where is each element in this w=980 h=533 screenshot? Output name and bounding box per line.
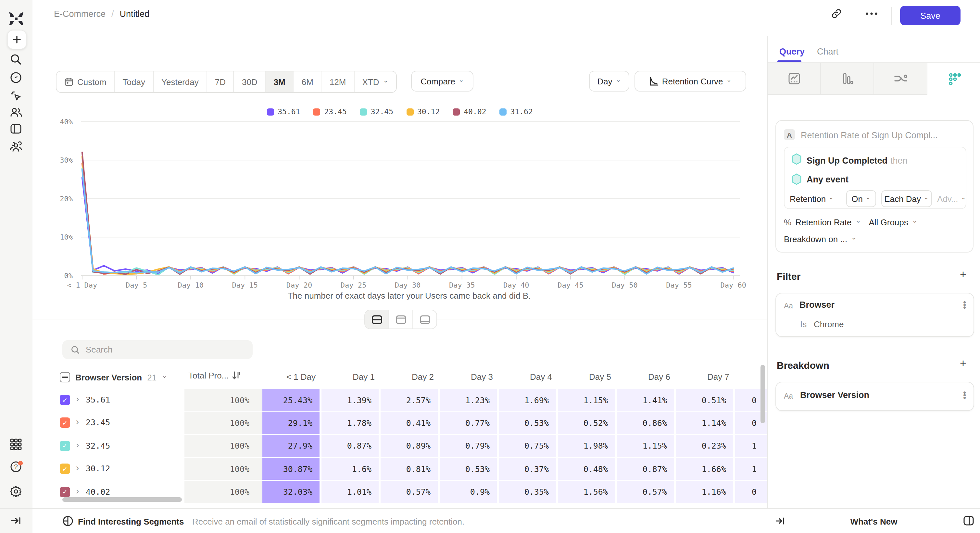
event2-name[interactable]: Any event	[807, 174, 848, 184]
breakdown-property[interactable]: Browser Version	[800, 390, 869, 400]
row-expander-icon[interactable]: ›	[76, 485, 79, 496]
granularity-label: Day	[597, 76, 612, 86]
apps-grid-icon[interactable]	[10, 438, 22, 451]
more-options-icon[interactable]	[865, 12, 878, 16]
retention-rate-dropdown[interactable]: Retention Rate	[795, 217, 851, 227]
row-checkbox[interactable]: ✓	[60, 487, 70, 497]
svg-text:Day 15: Day 15	[232, 281, 258, 289]
tab-query[interactable]: Query	[780, 47, 805, 57]
horizontal-scrollbar[interactable]	[62, 497, 182, 502]
row-expander-icon[interactable]: ›	[76, 439, 79, 450]
layout-chart-toggle[interactable]	[389, 310, 413, 328]
row-checkbox[interactable]: ✓	[60, 463, 70, 474]
save-button[interactable]: Save	[900, 6, 961, 25]
svg-text:Day 5: Day 5	[126, 281, 147, 289]
event1-name[interactable]: Sign Up Completed	[807, 156, 888, 165]
total-header-label: Total Pro...	[188, 371, 229, 381]
all-groups-dropdown[interactable]: All Groups	[869, 217, 908, 227]
retention-line-chart: 40%30%20%10%0%< 1 DayDay 5Day 10Day 15Da…	[32, 110, 767, 305]
toggle-panel-icon[interactable]	[963, 516, 974, 526]
explore-compass-icon[interactable]	[10, 71, 22, 84]
left-nav-sidebar: ?	[0, 0, 32, 533]
svg-text:?: ?	[14, 463, 18, 470]
tab-chart[interactable]: Chart	[817, 47, 838, 57]
granularity-dropdown[interactable]: Day⌄	[589, 71, 629, 92]
range-xtd[interactable]: XTD⌄	[355, 71, 396, 92]
collapse-sidebar-icon[interactable]	[10, 516, 21, 526]
search-input[interactable]	[62, 340, 253, 359]
create-new-button[interactable]	[7, 30, 27, 49]
range-30d[interactable]: 30D	[234, 71, 266, 92]
range-3m[interactable]: 3M	[266, 71, 294, 92]
total-cell: 100%	[185, 481, 262, 503]
on-dropdown[interactable]: On⌄	[846, 190, 876, 207]
advanced-dropdown[interactable]: Adv...⌄	[937, 190, 966, 207]
sort-descending-icon[interactable]	[232, 371, 240, 381]
report-flows-tab[interactable]	[874, 63, 928, 95]
filter-operator[interactable]: Is	[800, 319, 807, 329]
value-cell: 0.86%	[617, 412, 674, 434]
value-cell: 32.03%	[262, 481, 320, 503]
select-all-checkbox[interactable]	[60, 372, 70, 382]
range-custom[interactable]: Custom	[57, 71, 115, 92]
compare-button[interactable]: Compare⌄	[411, 71, 473, 92]
retention-type-dropdown[interactable]: Retention⌄	[790, 190, 834, 207]
chart-type-dropdown[interactable]: Retention Curve⌄	[635, 71, 746, 92]
breakdown-card[interactable]: Aa Browser Version •••	[775, 382, 974, 411]
svg-text:Day 10: Day 10	[178, 281, 203, 289]
row-expander-icon[interactable]: ›	[76, 416, 79, 427]
percent-icon: %	[784, 217, 791, 227]
breadcrumb-title[interactable]: Untitled	[120, 9, 150, 19]
value-cell: 0.87%	[617, 458, 674, 480]
breakdown-kebab-icon[interactable]: •••	[963, 392, 966, 399]
range-12m[interactable]: 12M	[322, 71, 355, 92]
cohorts-icon[interactable]	[9, 141, 23, 153]
range-label: Yesterday	[161, 77, 199, 87]
row-checkbox[interactable]: ✓	[60, 441, 70, 451]
add-breakdown-button[interactable]: +	[960, 357, 966, 370]
users-icon[interactable]	[10, 106, 23, 118]
whats-new-link[interactable]: What's New	[768, 517, 980, 527]
day-column-header: Day 3	[441, 372, 493, 382]
value-cell-clipped: 1	[735, 458, 767, 480]
breadcrumb-project[interactable]: E-Commerce	[54, 9, 105, 19]
find-segments-button[interactable]: Find Interesting Segments	[78, 517, 184, 527]
layout-table-toggle[interactable]	[413, 310, 436, 328]
report-insights-tab[interactable]	[768, 63, 821, 95]
layout-split-toggle[interactable]	[365, 310, 389, 328]
range-yesterday[interactable]: Yesterday	[154, 71, 207, 92]
row-checkbox[interactable]: ✓	[60, 395, 70, 405]
settings-gear-icon[interactable]	[10, 485, 22, 497]
report-retention-tab[interactable]	[928, 63, 980, 95]
row-checkbox[interactable]: ✓	[60, 418, 70, 428]
filter-value[interactable]: Chrome	[814, 319, 844, 329]
report-funnels-tab[interactable]	[821, 63, 874, 95]
svg-text:20%: 20%	[60, 195, 73, 203]
range-today[interactable]: Today	[115, 71, 154, 92]
each-day-dropdown[interactable]: Each Day⌄	[881, 190, 932, 207]
flows-icon	[893, 72, 908, 85]
total-column-header[interactable]: Total Pro...	[188, 371, 240, 381]
range-6m[interactable]: 6M	[294, 71, 322, 92]
breakdown-on-dropdown[interactable]: Breakdown on ...⌄	[784, 232, 857, 246]
query-panel: Query Chart A Retention Rate of Sign Up …	[768, 36, 980, 508]
boards-icon[interactable]	[10, 123, 22, 135]
vertical-scrollbar[interactable]	[760, 365, 765, 423]
filter-property[interactable]: Browser	[799, 300, 835, 310]
value-cell: 0.48%	[558, 458, 615, 480]
group-column-header[interactable]: Browser Version	[75, 372, 142, 382]
value-cell: 1.01%	[321, 481, 379, 503]
filter-card[interactable]: Aa Browser ••• Is Chrome	[775, 293, 974, 337]
mixpanel-logo[interactable]	[8, 11, 25, 27]
row-expander-icon[interactable]: ›	[76, 462, 79, 473]
range-7d[interactable]: 7D	[207, 71, 234, 92]
events-cursor-icon[interactable]	[10, 90, 22, 102]
search-nav-icon[interactable]	[10, 53, 22, 65]
copy-link-icon[interactable]	[830, 8, 842, 19]
query-title[interactable]: Retention Rate of Sign Up Compl...	[801, 130, 938, 140]
help-icon[interactable]: ?	[10, 460, 24, 473]
add-filter-button[interactable]: +	[960, 268, 966, 281]
filter-kebab-icon[interactable]: •••	[963, 301, 966, 309]
breakdown-heading: Breakdown	[777, 360, 829, 371]
row-expander-icon[interactable]: ›	[76, 393, 79, 404]
